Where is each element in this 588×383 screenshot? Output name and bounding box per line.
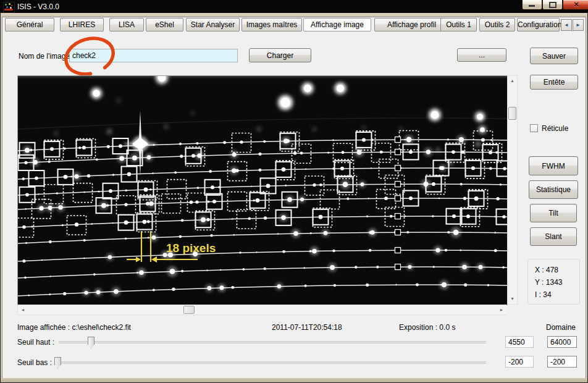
seuil-haut-value[interactable]: 4550 bbox=[505, 336, 534, 348]
window-bottom-edge bbox=[1, 378, 587, 382]
tab-images-maitres[interactable]: Images maîtres bbox=[242, 18, 302, 32]
seuil-haut-track[interactable] bbox=[59, 341, 486, 345]
header-button[interactable]: Entête bbox=[530, 75, 578, 90]
spectral-image[interactable]: 18 pixels bbox=[17, 75, 508, 305]
tab-star-analyser[interactable]: Star Analyser bbox=[186, 18, 240, 32]
exposure: Exposition : 0.0 s bbox=[399, 323, 455, 332]
titlebar bbox=[0, 0, 588, 13]
seuil-bas-track[interactable] bbox=[54, 361, 486, 365]
tab-outils-1[interactable]: Outils 1 bbox=[440, 18, 477, 32]
vertical-scrollbar[interactable]: ▲ ▼ bbox=[507, 75, 518, 305]
tab-lhires[interactable]: LHIRES bbox=[60, 18, 104, 32]
seuil-bas-value[interactable]: -200 bbox=[505, 356, 534, 368]
tab-configuration[interactable]: Configuration bbox=[517, 18, 560, 32]
horizontal-scroll-thumb[interactable] bbox=[183, 306, 195, 314]
displayed-image-path: Image affichée : c:\eshel\check2.fit bbox=[17, 323, 131, 332]
cursor-x: X : 478 bbox=[535, 264, 579, 276]
tab-general[interactable]: Général bbox=[5, 18, 54, 32]
close-button[interactable]: ✕ bbox=[563, 0, 588, 10]
vertical-scroll-thumb[interactable] bbox=[508, 107, 516, 120]
horizontal-scrollbar[interactable]: ◄ ► bbox=[17, 305, 506, 315]
tab-lisa[interactable]: LISA bbox=[109, 18, 144, 32]
seuil-bas-label: Seuil bas : bbox=[17, 358, 52, 367]
app-icon bbox=[3, 2, 15, 13]
timestamp: 2011-07-11T20:54:18 bbox=[272, 323, 342, 332]
reticule-label: Réticule bbox=[542, 124, 568, 133]
scroll-left-icon[interactable]: ◄ bbox=[18, 305, 28, 314]
domaine-haut-value[interactable]: 64000 bbox=[547, 336, 577, 348]
tab-affichage-profil[interactable]: Affichage profil bbox=[374, 18, 449, 32]
statistique-button[interactable]: Statistique bbox=[529, 180, 578, 199]
scroll-down-icon[interactable]: ▼ bbox=[508, 294, 517, 304]
tab-affichage-image[interactable]: Affichage image bbox=[303, 18, 371, 32]
domain-label: Domaine bbox=[546, 323, 576, 332]
image-name-input[interactable]: check2 bbox=[69, 49, 238, 62]
domaine-bas-value[interactable]: -200 bbox=[547, 356, 577, 368]
maximize-button[interactable] bbox=[542, 0, 563, 10]
tab-outils-2[interactable]: Outils 2 bbox=[479, 18, 515, 32]
minimize-button[interactable] bbox=[522, 0, 542, 10]
cursor-info-box: X : 478 Y : 1343 I : 34 bbox=[527, 259, 580, 305]
image-name-label: Nom de l'image : bbox=[19, 52, 74, 61]
seuil-haut-label: Seuil haut : bbox=[17, 338, 54, 347]
tilt-button[interactable]: Tilt bbox=[530, 204, 577, 222]
reticule-checkbox[interactable] bbox=[530, 124, 538, 132]
scroll-up-icon[interactable]: ▲ bbox=[508, 76, 517, 86]
browse-button[interactable]: ... bbox=[457, 48, 506, 62]
scroll-right-icon[interactable]: ► bbox=[497, 305, 506, 314]
slant-button[interactable]: Slant bbox=[530, 227, 577, 246]
tab-scroll-left-icon[interactable]: ◄ bbox=[561, 19, 572, 31]
cursor-y: Y : 1343 bbox=[535, 276, 579, 288]
window-title: ISIS - V3.0.0 bbox=[17, 2, 59, 11]
fwhm-button[interactable]: FWHM bbox=[529, 156, 578, 175]
pixel-gap-annotation-text: 18 pixels bbox=[166, 242, 216, 255]
tab-eshel[interactable]: eShel bbox=[146, 18, 183, 32]
load-button[interactable]: Charger bbox=[249, 48, 311, 62]
tab-scroll-right-icon[interactable]: ► bbox=[573, 19, 584, 31]
save-button[interactable]: Sauver bbox=[530, 48, 578, 64]
cursor-i: I : 34 bbox=[535, 288, 579, 301]
